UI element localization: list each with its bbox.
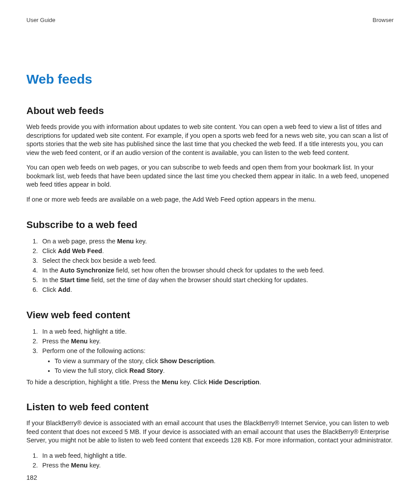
subscribe-step-5: In the Start time field, set the time of…	[40, 276, 394, 285]
listen-step-1: In a web feed, highlight a title.	[40, 451, 394, 460]
about-heading: About web feeds	[26, 105, 394, 117]
header-left: User Guide	[26, 17, 55, 23]
view-steps: In a web feed, highlight a title. Press …	[26, 327, 394, 375]
view-substep-1: To view a summary of the story, click Sh…	[55, 357, 394, 366]
subscribe-heading: Subscribe to a web feed	[26, 219, 394, 231]
about-paragraph-1: Web feeds provide you with information a…	[26, 123, 394, 157]
listen-paragraph: If your BlackBerry® device is associated…	[26, 419, 394, 445]
page-header: User Guide Browser	[26, 17, 394, 23]
about-paragraph-2: You can open web feeds on web pages, or …	[26, 163, 394, 189]
view-note: To hide a description, highlight a title…	[26, 378, 394, 387]
view-step-3: Perform one of the following actions: To…	[40, 346, 394, 375]
listen-steps: In a web feed, highlight a title. Press …	[26, 451, 394, 470]
view-step-1: In a web feed, highlight a title.	[40, 327, 394, 336]
page-title: Web feeds	[26, 72, 394, 87]
view-substeps: To view a summary of the story, click Sh…	[42, 357, 394, 375]
subscribe-step-2: Click Add Web Feed.	[40, 246, 394, 256]
listen-step-2: Press the Menu key.	[40, 461, 394, 470]
page-number: 182	[26, 474, 37, 481]
header-right: Browser	[372, 17, 394, 23]
view-step-2: Press the Menu key.	[40, 337, 394, 346]
about-paragraph-3: If one or more web feeds are available o…	[26, 195, 394, 204]
view-substep-2: To view the full story, click Read Story…	[55, 366, 394, 375]
subscribe-steps: On a web page, press the Menu key. Click…	[26, 237, 394, 294]
subscribe-step-3: Select the check box beside a web feed.	[40, 256, 394, 265]
document-page: User Guide Browser Web feeds About web f…	[0, 0, 420, 504]
subscribe-step-6: Click Add.	[40, 285, 394, 294]
subscribe-step-1: On a web page, press the Menu key.	[40, 237, 394, 246]
listen-heading: Listen to web feed content	[26, 401, 394, 413]
subscribe-step-4: In the Auto Synchronize field, set how o…	[40, 266, 394, 275]
view-heading: View web feed content	[26, 309, 394, 321]
